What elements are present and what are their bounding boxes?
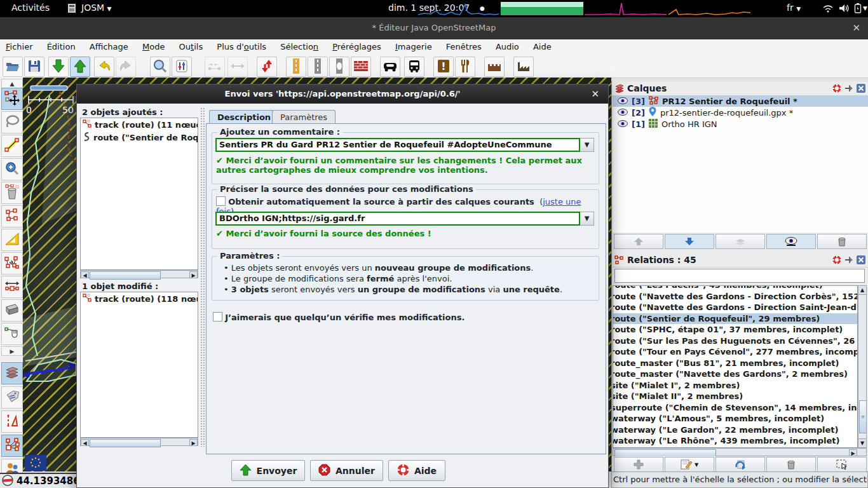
merge-layers-button[interactable] bbox=[715, 234, 765, 249]
source-value[interactable]: BDOrtho IGN;https://sig.gard.fr bbox=[215, 212, 580, 226]
send-button[interactable]: Envoyer bbox=[231, 460, 305, 481]
add-relation-button[interactable] bbox=[614, 457, 663, 472]
chevron-down-icon[interactable]: ▼ bbox=[580, 212, 594, 226]
close-panel-icon[interactable] bbox=[857, 84, 865, 95]
relation-row[interactable]: superroute ("Chemin de Stevenson", 14 me… bbox=[613, 402, 857, 414]
comment-combobox[interactable]: Sentiers PR du Gard PR12 Sentier de Roqu… bbox=[215, 138, 594, 152]
improve-way-tool[interactable] bbox=[1, 252, 23, 274]
menu-aide[interactable]: Aide bbox=[527, 39, 557, 55]
show-hide-layer-button[interactable] bbox=[766, 234, 816, 249]
volume-icon[interactable] bbox=[839, 3, 849, 15]
relation-row[interactable]: waterway ("Le Rhône", 439 membres, incom… bbox=[613, 435, 857, 447]
app-menu-button[interactable]: JOSM ▼ bbox=[81, 3, 112, 13]
building-tool[interactable] bbox=[1, 299, 23, 322]
relation-row[interactable]: route ("Sur les Pas des Huguenots en Cév… bbox=[613, 336, 857, 347]
eye-icon[interactable] bbox=[618, 119, 628, 129]
relations-toggle-button[interactable] bbox=[1, 435, 23, 457]
relation-row[interactable]: route ("SPHC, étape 01", 37 membres, inc… bbox=[613, 324, 857, 336]
added-object-row[interactable]: route ("Sentier de Roque bbox=[81, 131, 198, 144]
road-residential-button[interactable] bbox=[308, 57, 328, 77]
chevron-down-icon[interactable]: ▼ bbox=[863, 5, 867, 11]
activities-button[interactable]: Activités bbox=[11, 3, 50, 13]
eye-icon[interactable] bbox=[618, 108, 628, 118]
relation-row-selected[interactable]: route ("Sentier de Roquefeuil", 29 membr… bbox=[613, 313, 857, 325]
menu-plus-doutils[interactable]: Plus d'outils bbox=[211, 39, 272, 55]
relation-row[interactable]: route_master ("Navette des Gardons", 2 m… bbox=[613, 369, 857, 380]
undo-button[interactable] bbox=[94, 57, 114, 77]
preferences-button[interactable] bbox=[172, 57, 192, 77]
bus-button[interactable] bbox=[404, 57, 424, 77]
relation-row[interactable]: site ("Mialet II", 2 membres) bbox=[613, 391, 857, 402]
menu-outils[interactable]: Outils bbox=[173, 39, 209, 55]
refresh-relation-button[interactable] bbox=[715, 457, 765, 472]
relations-hscrollbar[interactable]: ▶ bbox=[613, 448, 867, 456]
scroll-left-icon[interactable]: ◀ bbox=[81, 271, 89, 278]
relation-row[interactable]: route_master ("Bus 81", 21 membres, inco… bbox=[613, 358, 857, 369]
road-oneway-button[interactable] bbox=[329, 57, 349, 77]
car-button[interactable] bbox=[380, 57, 400, 77]
tab-parametres[interactable]: Paramètres bbox=[272, 110, 336, 125]
relation-row[interactable]: route ("Navette des Gardons - Direction … bbox=[613, 302, 857, 313]
edit-relation-button[interactable]: ▼ bbox=[665, 457, 714, 472]
menu-mode[interactable]: Mode bbox=[137, 39, 170, 55]
cancel-button[interactable]: Annuler bbox=[310, 460, 383, 481]
layer-row[interactable]: [2] pr12-sentier-de-roquefeuil.gpx * bbox=[613, 107, 868, 118]
angle-tool[interactable] bbox=[1, 229, 23, 251]
hazard-button[interactable]: ! bbox=[433, 57, 454, 77]
lasso-tool[interactable] bbox=[1, 111, 23, 133]
selection-toggle-button[interactable] bbox=[1, 410, 23, 433]
checkbox-icon[interactable] bbox=[213, 312, 222, 322]
move-layer-up-button[interactable] bbox=[614, 234, 663, 249]
window-close-icon[interactable]: ✕ bbox=[852, 22, 860, 34]
merge-node-tool[interactable] bbox=[1, 205, 23, 227]
relations-vscrollbar[interactable]: ▲ ≡ ▼ bbox=[858, 285, 867, 448]
delete-layer-button[interactable] bbox=[817, 234, 867, 249]
help-lifebuoy-icon[interactable] bbox=[832, 255, 841, 266]
added-list-hscrollbar[interactable]: ◀ ▶ bbox=[80, 270, 198, 278]
layers-panel-header[interactable]: Calques bbox=[612, 81, 868, 96]
relation-row[interactable]: route ("Navette des Gardons - Direction … bbox=[613, 291, 857, 302]
relations-filter-input[interactable] bbox=[614, 269, 865, 283]
relation-row[interactable]: waterway ("L'Amous", 5 membres, incomple… bbox=[613, 413, 857, 424]
castle-button[interactable] bbox=[484, 57, 505, 77]
help-button[interactable]: Aide bbox=[388, 460, 445, 481]
reverse-way-button[interactable] bbox=[257, 57, 277, 77]
barrier-wall-button[interactable] bbox=[351, 57, 371, 77]
draw-node-tool[interactable] bbox=[1, 135, 23, 157]
select-members-button[interactable] bbox=[817, 457, 867, 472]
zoom-tool[interactable] bbox=[1, 158, 23, 180]
adjust-width-button[interactable] bbox=[227, 57, 248, 77]
scroll-up-icon[interactable]: ▲ bbox=[858, 286, 866, 295]
hscroll-thumb[interactable] bbox=[90, 271, 161, 280]
menu-prereglages[interactable]: Préréglages bbox=[327, 39, 387, 55]
battery-icon[interactable] bbox=[854, 3, 862, 15]
source-combobox[interactable]: BDOrtho IGN;https://sig.gard.fr ▼ bbox=[215, 212, 594, 226]
wifi-icon[interactable] bbox=[823, 4, 833, 15]
search-button[interactable] bbox=[150, 57, 170, 77]
layer-row[interactable]: [1] Ortho HR IGN bbox=[613, 118, 868, 130]
restaurant-button[interactable] bbox=[455, 57, 475, 77]
menu-affichage[interactable]: Affichage bbox=[84, 39, 134, 55]
dialog-close-icon[interactable]: ✕ bbox=[591, 88, 599, 100]
menu-imagerie[interactable]: Imagerie bbox=[390, 39, 438, 55]
dialog-splitter[interactable] bbox=[200, 107, 205, 447]
tab-description[interactable]: Description bbox=[209, 110, 279, 125]
open-file-button[interactable] bbox=[3, 57, 23, 77]
scroll-left-icon[interactable]: ◀ bbox=[81, 439, 89, 446]
relations-panel-header[interactable]: Relations : 45 bbox=[612, 253, 868, 268]
delete-tool[interactable] bbox=[1, 182, 23, 204]
hscroll-thumb[interactable] bbox=[90, 439, 161, 447]
scroll-right-icon[interactable]: ▶ bbox=[189, 271, 198, 278]
unglue-button[interactable]: → ← bbox=[205, 57, 225, 77]
upload-data-button[interactable] bbox=[70, 57, 90, 77]
save-button[interactable] bbox=[24, 57, 44, 77]
tags-toggle-button[interactable] bbox=[1, 386, 23, 409]
extrude-tool[interactable] bbox=[1, 276, 23, 298]
map-zoom-slider[interactable] bbox=[31, 86, 67, 90]
delete-relation-button[interactable] bbox=[766, 457, 816, 472]
vscroll-thumb[interactable]: ≡ bbox=[859, 400, 867, 433]
scroll-right-icon[interactable]: ▶ bbox=[189, 439, 198, 446]
layers-toggle-button[interactable] bbox=[1, 362, 23, 384]
keyboard-layout-indicator[interactable]: fr ▼ bbox=[787, 3, 801, 13]
review-checkbox-row[interactable]: J’aimerais que quelqu’un vérifie mes mod… bbox=[213, 312, 465, 322]
